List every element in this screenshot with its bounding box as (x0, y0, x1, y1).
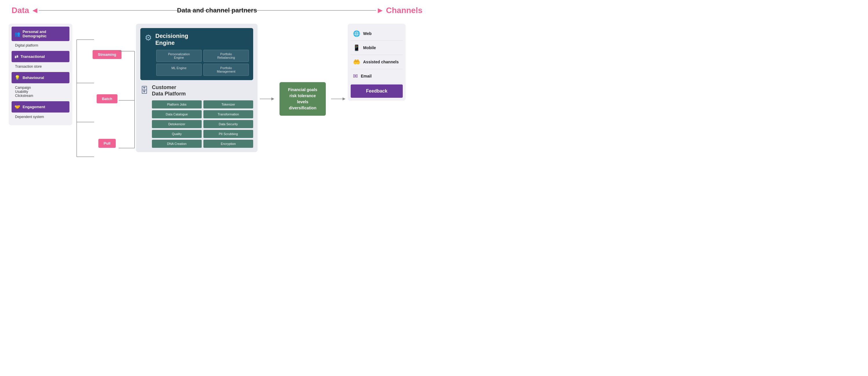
data-section: Data ◄ (11, 6, 39, 15)
decisioning-icon: ⚙ (145, 33, 152, 42)
cdp-platform-jobs: Platform Jobs (152, 100, 202, 108)
transaction-store-item: Transaction store (11, 62, 69, 71)
engagement-icon: 🤝 (14, 104, 20, 109)
engagement-title: Engagement (23, 105, 45, 109)
decisioning-grid: PersonalizationEngine PortfolioRebalanci… (156, 50, 249, 76)
right-connector-svg (119, 24, 136, 174)
feedback-label: Feedback (366, 89, 388, 93)
assisted-label: Assisted channels (363, 60, 399, 64)
category-engagement-header: 🤝 Engagement (11, 101, 69, 113)
center-panel: ⚙ DecisioningEngine PersonalizationEngin… (136, 24, 257, 152)
personal-title: Personal and Demographic (23, 30, 66, 38)
web-icon: 🌐 (353, 30, 360, 37)
cdp-grid: Platform Jobs Tokenizer Data Catalogue T… (152, 100, 253, 148)
assisted-icon: 🤲 (353, 58, 360, 65)
mobile-label: Mobile (363, 45, 376, 50)
behavioural-icon: 💡 (14, 75, 20, 81)
main-container: Data ◄ Data and channel partners ► Chann… (0, 0, 434, 180)
cdp-data-security: Data Security (204, 120, 253, 128)
cdp-section: 🗄 CustomerData Platform Platform Jobs To… (140, 85, 253, 148)
center-to-goals-arrow (257, 24, 277, 174)
content-row: 👥 Personal and Demographic Digital platf… (9, 24, 425, 174)
svg-marker-12 (343, 97, 345, 100)
category-engagement: 🤝 Engagement Dependent system (11, 101, 69, 121)
transactional-icon: ⇄ (14, 54, 18, 59)
feedback-box: Feedback (351, 85, 403, 98)
category-behavioural-header: 💡 Behavioural (11, 72, 69, 83)
streaming-pill: Streaming (93, 50, 122, 59)
de-cell-portfolio-rebalancing: PortfolioRebalancing (204, 50, 249, 62)
goals-to-right-arrow (329, 24, 348, 174)
channel-email: ✉ Email (351, 69, 403, 83)
cdp-header: 🗄 CustomerData Platform (140, 85, 253, 97)
left-connectors (72, 24, 95, 174)
data-label: Data (11, 6, 29, 15)
batch-pill: Batch (97, 94, 118, 103)
cdp-icon: 🗄 (140, 86, 148, 95)
goals-box: Financial goalsrisk tolerancelevelsdiver… (279, 82, 326, 116)
cdp-pii-scrubbing: PII Scrubbing (204, 130, 253, 138)
category-behavioural: 💡 Behavioural CampaignUsabilityClickstre… (11, 72, 69, 100)
behavioural-sub: CampaignUsabilityClickstream (11, 83, 69, 100)
email-label: Email (361, 74, 372, 79)
category-personal-header: 👥 Personal and Demographic (11, 27, 69, 41)
left-panel: 👥 Personal and Demographic Digital platf… (9, 24, 72, 125)
decisioning-engine-box: ⚙ DecisioningEngine PersonalizationEngin… (140, 28, 253, 80)
mobile-icon: 📱 (353, 44, 360, 51)
channel-assisted: 🤲 Assisted channels (351, 55, 403, 69)
channel-mobile: 📱 Mobile (351, 41, 403, 55)
behavioural-title: Behavioural (23, 75, 44, 80)
cdp-title: CustomerData Platform (152, 85, 186, 97)
cdp-detokenizer: Detokenizer (152, 120, 202, 128)
right-panel: 🌐 Web 📱 Mobile 🤲 Assisted channels ✉ Ema… (348, 24, 406, 101)
dependent-system-item: Dependent system (11, 113, 69, 121)
personal-icon: 👥 (14, 31, 20, 37)
decisioning-header: ⚙ DecisioningEngine (145, 32, 249, 46)
channels-label: Channels (386, 6, 423, 15)
de-cell-portfolio-mgmt: PortfolioManagement (204, 64, 249, 76)
arrow-left: ◄ (31, 6, 39, 15)
decisioning-title: DecisioningEngine (155, 32, 188, 46)
digital-platform-item: Digital platform (11, 41, 69, 50)
svg-marker-10 (271, 97, 274, 100)
category-transactional: ⇄ Transactional Transaction store (11, 51, 69, 71)
channels-section: ► Channels (376, 6, 423, 15)
web-label: Web (363, 31, 372, 36)
arrow-svg-1 (260, 95, 274, 103)
de-cell-ml: ML Engine (156, 64, 202, 76)
cdp-quality: Quality (152, 130, 202, 138)
email-icon: ✉ (353, 72, 358, 80)
transactional-title: Transactional (21, 54, 45, 59)
header-title: Data and channel partners (177, 7, 257, 14)
de-cell-personalization: PersonalizationEngine (156, 50, 202, 62)
cdp-dna-creation: DNA Creation (152, 140, 202, 148)
category-transactional-header: ⇄ Transactional (11, 51, 69, 62)
flow-pills: Streaming Batch Pull (95, 24, 119, 174)
arrow-svg-2 (331, 95, 345, 103)
cdp-data-catalogue: Data Catalogue (152, 110, 202, 118)
right-connectors-left (119, 24, 136, 174)
pull-pill: Pull (98, 139, 116, 148)
category-personal: 👥 Personal and Demographic Digital platf… (11, 27, 69, 50)
channel-web: 🌐 Web (351, 27, 403, 41)
cdp-transformation: Transformation (204, 110, 253, 118)
arrow-right: ► (376, 6, 384, 15)
cdp-tokenizer: Tokenizer (204, 100, 253, 108)
cdp-encryption: Encryption (204, 140, 253, 148)
header: Data ◄ Data and channel partners ► Chann… (9, 6, 425, 15)
left-connector-svg (72, 24, 95, 174)
